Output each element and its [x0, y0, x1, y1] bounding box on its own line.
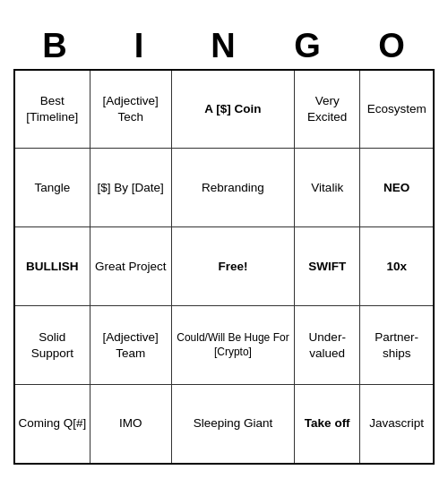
cell-r5c1: Coming Q[#] — [14, 385, 90, 464]
table-row: Best [Timeline] [Adjective] Tech A [$] C… — [14, 70, 434, 149]
cell-r5c3: Sleeping Giant — [171, 385, 294, 464]
header-g: G — [266, 23, 350, 69]
cell-r4c3: Could/Will Be Huge For [Crypto] — [171, 306, 294, 385]
cell-r3c2: Great Project — [90, 227, 171, 306]
cell-r5c4: Take off — [295, 385, 360, 464]
cell-r3c5: 10x — [360, 227, 434, 306]
header-n: N — [182, 23, 266, 69]
cell-r2c4: Vitalik — [295, 149, 360, 227]
cell-r1c5: Ecosystem — [360, 70, 434, 149]
cell-r2c3: Rebranding — [171, 149, 294, 227]
bingo-grid: Best [Timeline] [Adjective] Tech A [$] C… — [13, 69, 435, 465]
cell-r1c3: A [$] Coin — [171, 70, 294, 149]
header-i: I — [98, 23, 182, 69]
table-row: Tangle [$] By [Date] Rebranding Vitalik … — [14, 149, 434, 227]
cell-r4c1: Solid Support — [14, 306, 90, 385]
cell-r3c3-free: Free! — [171, 227, 294, 306]
cell-r2c5: NEO — [360, 149, 434, 227]
table-row: Coming Q[#] IMO Sleeping Giant Take off … — [14, 385, 434, 464]
cell-r4c2: [Adjective] Team — [90, 306, 171, 385]
cell-r2c2: [$] By [Date] — [90, 149, 171, 227]
cell-r1c2: [Adjective] Tech — [90, 70, 171, 149]
bingo-header: B I N G O — [13, 23, 435, 69]
header-b: B — [13, 23, 98, 69]
table-row: BULLISH Great Project Free! SWIFT 10x — [14, 227, 434, 306]
cell-r4c4: Under-valued — [295, 306, 360, 385]
cell-r3c1: BULLISH — [14, 227, 90, 306]
header-o: O — [350, 23, 435, 69]
cell-r1c4: Very Excited — [295, 70, 360, 149]
cell-r2c1: Tangle — [14, 149, 90, 227]
cell-r1c1: Best [Timeline] — [14, 70, 90, 149]
cell-r5c5: Javascript — [360, 385, 434, 464]
cell-r4c5: Partner-ships — [360, 306, 434, 385]
cell-r3c4: SWIFT — [295, 227, 360, 306]
cell-r5c2: IMO — [90, 385, 171, 464]
table-row: Solid Support [Adjective] Team Could/Wil… — [14, 306, 434, 385]
